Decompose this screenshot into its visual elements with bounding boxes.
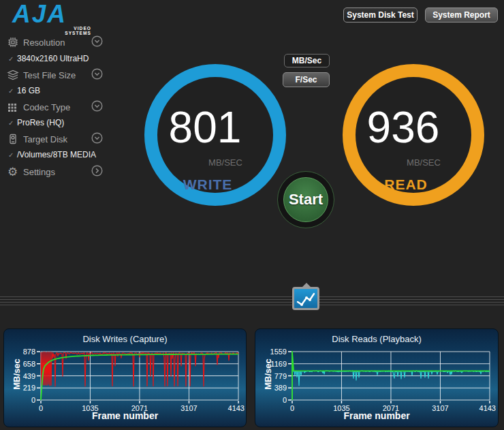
read-speed-gauge: 936 MB/SEC READ	[343, 64, 484, 206]
read-speed-value: 936	[345, 106, 461, 149]
disk-writes-chart-panel: 021943965887801035207131074143 Disk Writ…	[3, 328, 247, 427]
hard-disk-icon	[6, 133, 19, 145]
chevron-down-icon[interactable]	[91, 132, 103, 147]
svg-text:0: 0	[31, 396, 35, 404]
chevron-down-icon[interactable]	[91, 68, 103, 82]
x-axis-label: Frame number	[4, 410, 246, 421]
y-axis-label: MB/sec	[263, 343, 274, 405]
read-gauge-label: READ	[348, 176, 464, 193]
y-axis-label: MB/sec	[12, 343, 22, 405]
check-icon: ✓	[8, 55, 15, 63]
sidebar-item-test-file-size[interactable]: Test File Size	[6, 68, 103, 82]
chart-title: Disk Reads (Playback)	[255, 334, 498, 344]
sidebar-item-settings[interactable]: ⚙ Settings	[6, 165, 103, 179]
aja-logo-subtext: VIDEO SYSTEMS	[46, 26, 91, 35]
chevron-right-icon[interactable]	[91, 165, 103, 179]
chart-title: Disk Writes (Capture)	[4, 334, 246, 344]
sidebar-value-resolution[interactable]: ✓ 3840x2160 UltraHD	[8, 54, 89, 63]
sidebar-value-target-disk[interactable]: ✓ /Volumes/8TB MEDIA	[8, 150, 96, 159]
mb-sec-button[interactable]: MB/Sec	[284, 54, 330, 67]
svg-text:658: 658	[23, 360, 35, 368]
sidebar-value-test-file-size[interactable]: ✓ 16 GB	[8, 86, 40, 95]
sidebar-item-label: Settings	[23, 167, 91, 177]
divider-line	[0, 302, 504, 303]
chevron-down-icon[interactable]	[91, 100, 103, 114]
check-icon: ✓	[8, 151, 15, 159]
chevron-down-icon[interactable]	[91, 35, 103, 50]
chip-icon	[6, 36, 19, 48]
codec-type-value: ProRes (HQ)	[17, 118, 64, 127]
line-chart-icon	[295, 290, 317, 307]
codec-grid-icon	[6, 101, 19, 113]
write-speed-gauge: 801 MB/SEC WRITE	[144, 64, 286, 206]
start-button-label: Start	[289, 191, 323, 209]
system-disk-test-button[interactable]: System Disk Test	[343, 7, 418, 22]
svg-text:779: 779	[274, 372, 287, 380]
sidebar-item-codec-type[interactable]: Codec Type	[6, 100, 103, 114]
sidebar-item-target-disk[interactable]: Target Disk	[6, 132, 103, 146]
resolution-value: 3840x2160 UltraHD	[17, 54, 89, 63]
chart-toggle-button[interactable]	[292, 287, 319, 310]
aja-system-test-window: AJA VIDEO SYSTEMS System Disk Test Syste…	[0, 0, 504, 430]
gear-icon: ⚙	[6, 166, 19, 178]
aja-logo: AJA VIDEO SYSTEMS	[12, 1, 87, 31]
sidebar-item-label: Target Disk	[23, 134, 91, 144]
sidebar-item-label: Codec Type	[23, 102, 91, 112]
divider-line	[0, 305, 504, 305]
sidebar-item-label: Resolution	[23, 37, 91, 48]
system-report-button[interactable]: System Report	[425, 7, 498, 22]
write-gauge-label: WRITE	[150, 176, 266, 193]
read-speed-unit: MB/SEC	[396, 157, 451, 168]
write-speed-value: 801	[147, 106, 263, 149]
sidebar-value-codec-type[interactable]: ✓ ProRes (HQ)	[8, 118, 64, 127]
write-speed-unit: MB/SEC	[198, 157, 253, 168]
svg-text:878: 878	[23, 348, 35, 356]
sidebar-item-label: Test File Size	[23, 70, 91, 80]
target-disk-value: /Volumes/8TB MEDIA	[17, 150, 96, 159]
sidebar-item-resolution[interactable]: Resolution	[6, 35, 103, 49]
check-icon: ✓	[8, 119, 15, 127]
check-icon: ✓	[8, 87, 15, 95]
svg-text:219: 219	[23, 384, 35, 392]
layers-icon	[6, 69, 19, 81]
start-button-face: Start	[283, 177, 328, 222]
x-axis-label: Frame number	[255, 410, 498, 421]
divider-line	[0, 299, 504, 300]
disk-reads-chart-panel: 03897791169155901035207131074143 Disk Re…	[255, 328, 499, 427]
svg-text:0: 0	[283, 396, 287, 404]
aja-logo-text: AJA	[12, 1, 87, 27]
divider-line	[0, 296, 504, 297]
test-file-size-value: 16 GB	[17, 86, 40, 95]
f-sec-button[interactable]: F/Sec	[283, 72, 330, 87]
start-button[interactable]: Start	[277, 171, 334, 228]
svg-text:389: 389	[274, 384, 287, 392]
svg-text:439: 439	[23, 372, 35, 380]
